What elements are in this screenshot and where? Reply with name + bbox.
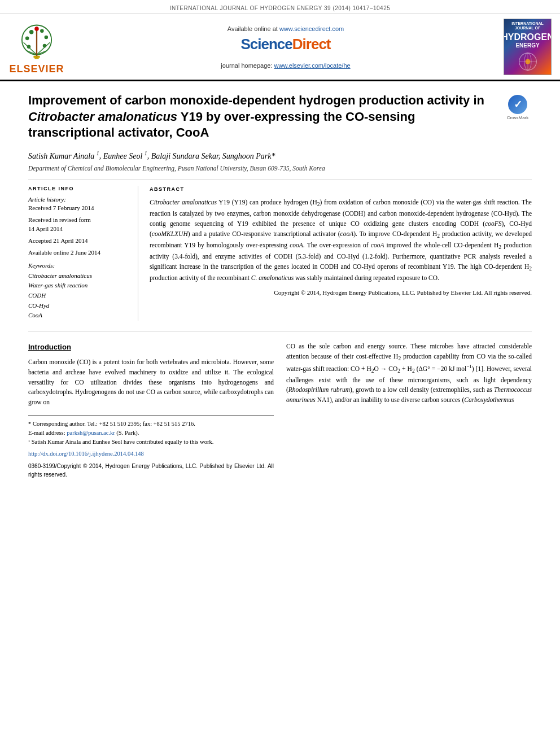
journal-header-text: International Journal of Hydrogen Energy… (170, 5, 391, 11)
svg-point-20 (525, 59, 530, 64)
keyword-4: CO-Hyd (28, 301, 130, 311)
affiliation-text: Department of Chemical and Biomolecular … (28, 165, 532, 172)
sciencedirect-url[interactable]: www.sciencedirect.com (279, 25, 344, 32)
abstract-text: Citrobacter amalonaticus Y19 (Y19) can p… (150, 198, 532, 283)
doi-link[interactable]: http://dx.doi.org/10.1016/j.ijhydene.201… (28, 451, 144, 457)
accepted-date: Accepted 21 April 2014 (28, 237, 130, 245)
center-header-block: Available online at www.sciencedirect.co… (73, 19, 498, 75)
keyword-3: CODH (28, 291, 130, 301)
corresponding-author-note: * Corresponding author. Tel.: +82 51 510… (28, 420, 274, 429)
keyword-1: Citrobacter amalonaticus (28, 271, 130, 281)
intro-paragraph-2: CO as the sole carbon and energy source.… (286, 342, 532, 405)
elsevier-wordmark: ELSEVIER (9, 63, 64, 75)
svg-rect-15 (34, 58, 38, 59)
footnote-section: * Corresponding author. Tel.: +82 51 510… (28, 416, 274, 479)
elsevier-tree-icon (14, 21, 59, 61)
svg-point-7 (29, 30, 33, 34)
history-label: Article history: (28, 196, 130, 203)
journal-homepage-link[interactable]: www.elsevier.com/locate/he (274, 62, 351, 69)
equal-contribution-note: ¹ Satish Kumar Ainala and Eunhee Seol ha… (28, 438, 274, 447)
svg-point-9 (25, 37, 29, 41)
content-divider (28, 331, 532, 331)
article-info-heading: Article Info (28, 186, 130, 191)
cover-globe-icon (514, 51, 542, 72)
svg-point-10 (45, 36, 49, 40)
svg-point-12 (43, 44, 47, 48)
body-two-col: Introduction Carbon monoxide (CO) is a p… (28, 342, 532, 479)
keyword-2: Water-gas shift reaction (28, 281, 130, 291)
cover-title-text: International Journal of (506, 21, 549, 31)
elsevier-logo: ELSEVIER (6, 19, 68, 75)
svg-point-11 (27, 45, 31, 49)
journal-cover: International Journal of HYDROGEN ENERGY (504, 19, 554, 75)
introduction-heading: Introduction (28, 342, 274, 353)
crossmark-label: CrossMark (507, 115, 529, 120)
available-online-date: Available online 2 June 2014 (28, 248, 130, 257)
keywords-label: Keywords: (28, 262, 130, 269)
email-link[interactable]: parksh@pusan.ac.kr (67, 430, 115, 436)
available-online-text: Available online at www.sciencedirect.co… (228, 25, 344, 32)
copyright-text: Copyright © 2014, Hydrogen Energy Public… (150, 288, 532, 298)
journal-homepage-text: journal homepage: www.elsevier.com/locat… (221, 62, 350, 69)
abstract-col: Abstract Citrobacter amalonaticus Y19 (Y… (150, 186, 532, 321)
article-title: Improvement of carbon monoxide-dependent… (28, 93, 498, 141)
journal-header-bar: International Journal of Hydrogen Energy… (0, 0, 560, 14)
revised-label: Received in revised form 14 April 2014 (28, 216, 130, 233)
intro-paragraph-1: Carbon monoxide (CO) is a potent toxin f… (28, 357, 274, 408)
article-info-col: Article Info Article history: Received 7… (28, 186, 138, 321)
body-right-col: CO as the sole carbon and energy source.… (286, 342, 532, 479)
article-container: Improvement of carbon monoxide-dependent… (0, 81, 560, 490)
crossmark-badge[interactable]: ✓ CrossMark (504, 95, 532, 120)
journal-cover-image: International Journal of HYDROGEN ENERGY (504, 19, 552, 75)
sciencedirect-logo: ScienceDirect (241, 36, 331, 53)
svg-point-8 (40, 29, 44, 33)
cover-h2-label: HYDROGEN (504, 32, 552, 42)
received-date-1: Received 7 February 2014 (28, 204, 130, 212)
email-footnote: E-mail address: parksh@pusan.ac.kr (S. P… (28, 429, 274, 438)
svg-point-13 (34, 27, 38, 30)
svg-rect-14 (33, 56, 40, 58)
keyword-5: CooA (28, 311, 130, 321)
info-abstract-section: Article Info Article history: Received 7… (28, 180, 532, 321)
top-section: ELSEVIER Available online at www.science… (0, 14, 560, 81)
cover-energy-label: ENERGY (515, 42, 539, 49)
article-title-section: Improvement of carbon monoxide-dependent… (28, 93, 532, 141)
footer-bar: 0360-3199/Copyright © 2014, Hydrogen Ene… (28, 462, 274, 479)
abstract-heading: Abstract (150, 186, 532, 194)
crossmark-icon: ✓ (508, 95, 527, 114)
authors-line: Satish Kumar Ainala 1, Eunhee Seol 1, Ba… (28, 149, 532, 163)
body-left-col: Introduction Carbon monoxide (CO) is a p… (28, 342, 274, 479)
